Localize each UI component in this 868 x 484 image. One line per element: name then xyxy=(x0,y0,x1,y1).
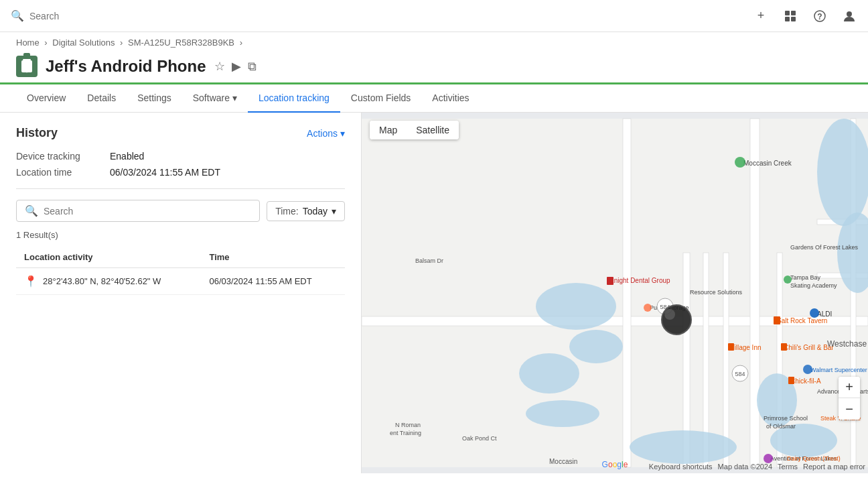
svg-point-28 xyxy=(630,430,737,464)
svg-point-26 xyxy=(519,353,579,394)
page-title-row: Jeff's Android Phone ☆ ▶ ⧉ xyxy=(0,53,868,77)
svg-rect-8 xyxy=(21,60,32,72)
svg-point-58 xyxy=(644,304,652,312)
grid-icon[interactable] xyxy=(782,8,798,24)
map-data: Map data ©2024 xyxy=(718,463,773,471)
svg-point-54 xyxy=(764,454,773,463)
top-bar: 🔍 + ? xyxy=(0,0,868,32)
svg-text:Balsam Dr: Balsam Dr xyxy=(415,257,443,264)
svg-rect-14 xyxy=(623,119,631,467)
svg-text:Moccasin Creek: Moccasin Creek xyxy=(743,160,792,167)
svg-point-6 xyxy=(847,11,852,17)
col-location-activity: Location activity xyxy=(16,247,201,268)
time-filter[interactable]: Time: Today ▾ xyxy=(267,201,345,221)
svg-text:584: 584 xyxy=(735,371,745,377)
svg-text:Oak Pond Ct: Oak Pond Ct xyxy=(462,435,497,442)
svg-rect-0 xyxy=(785,11,790,15)
search-box[interactable]: 🔍 xyxy=(16,200,260,222)
svg-point-49 xyxy=(803,365,812,374)
svg-point-27 xyxy=(526,400,599,427)
svg-text:Knight Dental Group: Knight Dental Group xyxy=(609,277,670,284)
svg-text:?: ? xyxy=(817,12,822,21)
location-pin-icon: 📍 xyxy=(24,275,38,288)
location-activity-cell: 📍 28°2'43.80" N, 82°40'52.62" W xyxy=(16,268,201,295)
svg-text:Moccasin: Moccasin xyxy=(549,458,577,465)
svg-rect-3 xyxy=(791,17,796,21)
svg-text:of Oldsmar: of Oldsmar xyxy=(766,423,796,430)
results-table: Location activity Time 📍 28°2'43.80" N, … xyxy=(16,247,345,295)
svg-text:Gardens Of Forest Lakes: Gardens Of Forest Lakes xyxy=(790,244,859,251)
zoom-in-button[interactable]: + xyxy=(839,377,860,398)
tab-custom-fields[interactable]: Custom Fields xyxy=(340,84,421,113)
search-input[interactable] xyxy=(44,206,251,217)
actions-button[interactable]: Actions ▾ xyxy=(307,128,345,139)
history-title: History xyxy=(16,126,58,140)
svg-text:ent Training: ent Training xyxy=(390,430,421,436)
user-icon[interactable] xyxy=(841,8,857,24)
svg-rect-46 xyxy=(788,377,794,384)
google-logo: Google xyxy=(602,460,628,469)
search-icon: 🔍 xyxy=(11,9,24,22)
search-icon: 🔍 xyxy=(25,204,38,217)
report-map-error-link[interactable]: Report a map error xyxy=(803,463,865,471)
play-icon[interactable]: ▶ xyxy=(232,59,241,74)
add-icon[interactable]: + xyxy=(753,8,769,24)
svg-point-9 xyxy=(26,71,28,73)
svg-text:Tampa Bay: Tampa Bay xyxy=(790,274,821,281)
search-filter-row: 🔍 Time: Today ▾ xyxy=(16,200,345,222)
map-toggle: Map Satellite xyxy=(370,121,459,139)
zoom-out-button[interactable]: − xyxy=(839,398,860,420)
search-area: 🔍 xyxy=(11,9,753,22)
tab-location-tracking[interactable]: Location tracking xyxy=(248,84,340,113)
svg-rect-61 xyxy=(607,277,613,285)
breadcrumb-home[interactable]: Home xyxy=(16,38,40,48)
tab-settings[interactable]: Settings xyxy=(127,84,182,113)
chevron-down-icon: ▾ xyxy=(232,93,237,103)
map-toggle-satellite[interactable]: Satellite xyxy=(407,121,459,139)
section-divider xyxy=(16,188,345,189)
svg-text:Salt Rock Tavern: Salt Rock Tavern xyxy=(777,317,827,324)
time-filter-label: Time: xyxy=(275,206,298,217)
chevron-down-icon: ▾ xyxy=(332,206,336,217)
tab-activities[interactable]: Activities xyxy=(421,84,480,113)
svg-text:Dairy Queen (Treat): Dairy Queen (Treat) xyxy=(787,455,841,462)
title-actions: ☆ ▶ ⧉ xyxy=(214,59,257,74)
tab-details[interactable]: Details xyxy=(76,84,127,113)
location-coords: 28°2'43.80" N, 82°40'52.62" W xyxy=(43,276,161,286)
table-header-row: Location activity Time xyxy=(16,247,345,268)
map-toggle-map[interactable]: Map xyxy=(370,121,407,139)
svg-rect-7 xyxy=(23,59,31,60)
svg-rect-2 xyxy=(785,17,790,21)
favorite-icon[interactable]: ☆ xyxy=(214,59,225,74)
svg-point-32 xyxy=(735,157,745,168)
location-time-label: Location time xyxy=(16,167,110,178)
device-tracking-label: Device tracking xyxy=(16,151,110,162)
svg-rect-17 xyxy=(723,253,729,467)
copy-icon[interactable]: ⧉ xyxy=(248,60,257,74)
tab-software[interactable]: Software ▾ xyxy=(182,84,248,113)
svg-rect-13 xyxy=(750,119,760,467)
svg-rect-42 xyxy=(728,343,734,351)
search-input[interactable] xyxy=(29,11,163,21)
top-bar-icons: + ? xyxy=(753,8,857,24)
breadcrumb-digital-solutions[interactable]: Digital Solutions xyxy=(52,38,115,48)
table-row[interactable]: 📍 28°2'43.80" N, 82°40'52.62" W 06/03/20… xyxy=(16,268,345,295)
terms-link[interactable]: Terms xyxy=(778,463,798,471)
svg-point-40 xyxy=(810,308,819,318)
breadcrumb-device[interactable]: SM-A125U_R58R328B9KB xyxy=(128,38,234,48)
location-time-row: Location time 06/03/2024 11:55 AM EDT xyxy=(16,167,345,178)
zoom-controls: + − xyxy=(839,377,860,420)
keyboard-shortcuts[interactable]: Keyboard shortcuts xyxy=(649,463,713,471)
time-cell: 06/03/2024 11:55 AM EDT xyxy=(201,268,345,295)
svg-point-72 xyxy=(664,309,675,320)
help-icon[interactable]: ? xyxy=(812,8,828,24)
time-filter-value: Today xyxy=(303,206,328,217)
tab-overview[interactable]: Overview xyxy=(16,84,76,113)
main-content: History Actions ▾ Device tracking Enable… xyxy=(0,113,868,473)
breadcrumb: Home › Digital Solutions › SM-A125U_R58R… xyxy=(0,32,868,53)
svg-rect-1 xyxy=(791,11,796,15)
svg-point-36 xyxy=(784,276,792,284)
page-title: Jeff's Android Phone xyxy=(46,57,206,76)
svg-rect-44 xyxy=(781,343,787,351)
results-count: 1 Result(s) xyxy=(16,230,345,240)
